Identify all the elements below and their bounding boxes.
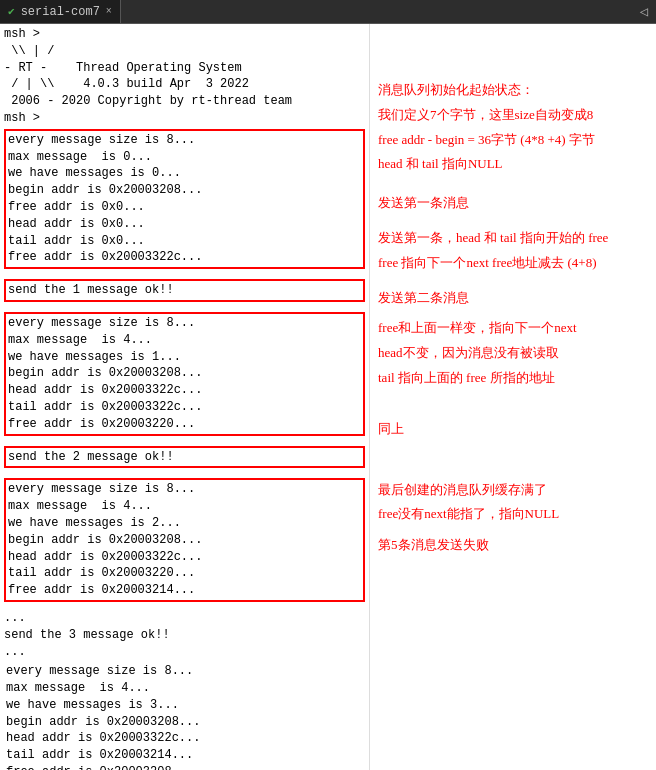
tab-bar: ✔ serial-com7 × ◁ <box>0 0 656 24</box>
logo-line-1: \\ | / <box>4 43 365 60</box>
annotation-2: 发送第一条消息 <box>378 193 648 214</box>
check-icon: ✔ <box>8 5 15 18</box>
send1-block: send the 1 message ok!! <box>4 279 365 302</box>
serial-tab[interactable]: ✔ serial-com7 × <box>0 0 121 23</box>
block3: every message size is 8... max message i… <box>4 478 365 602</box>
logo-line-2: - RT - Thread Operating System <box>4 60 365 77</box>
annotations-area: 消息队列初始化起始状态： 我们定义7个字节，这里size自动变成8 free a… <box>370 24 656 770</box>
tab-label: serial-com7 <box>21 5 100 19</box>
block1: every message size is 8... max message i… <box>4 129 365 269</box>
send2-block: send the 2 message ok!! <box>4 446 365 469</box>
send3-lines: ... send the 3 message ok!! ... <box>4 610 365 660</box>
close-icon[interactable]: × <box>106 6 112 17</box>
terminal-area: msh > \\ | / - RT - Thread Operating Sys… <box>0 24 370 770</box>
annotation-8: 第5条消息发送失败 <box>378 535 648 556</box>
annotation-4: 发送第二条消息 <box>378 288 648 309</box>
annotation-5: free和上面一样变，指向下一个next head不变，因为消息没有被读取 ta… <box>378 318 648 388</box>
logo-line-4: 2006 - 2020 Copyright by rt-thread team <box>4 93 365 110</box>
annotation-7: 最后创建的消息队列缓存满了 free没有next能指了，指向NULL <box>378 480 648 526</box>
annotation-1: 消息队列初始化起始状态： 我们定义7个字节，这里size自动变成8 free a… <box>378 80 648 175</box>
collapse-button[interactable]: ◁ <box>632 3 656 20</box>
block2: every message size is 8... max message i… <box>4 312 365 436</box>
block4: every message size is 8... max message i… <box>4 662 365 770</box>
logo-line-3: / | \\ 4.0.3 build Apr 3 2022 <box>4 76 365 93</box>
annotation-3: 发送第一条，head 和 tail 指向开始的 free free 指向下一个n… <box>378 228 648 274</box>
annotation-6: 同上 <box>378 419 648 440</box>
logo-line-5: msh > <box>4 110 365 127</box>
terminal-prompt: msh > <box>4 26 365 43</box>
